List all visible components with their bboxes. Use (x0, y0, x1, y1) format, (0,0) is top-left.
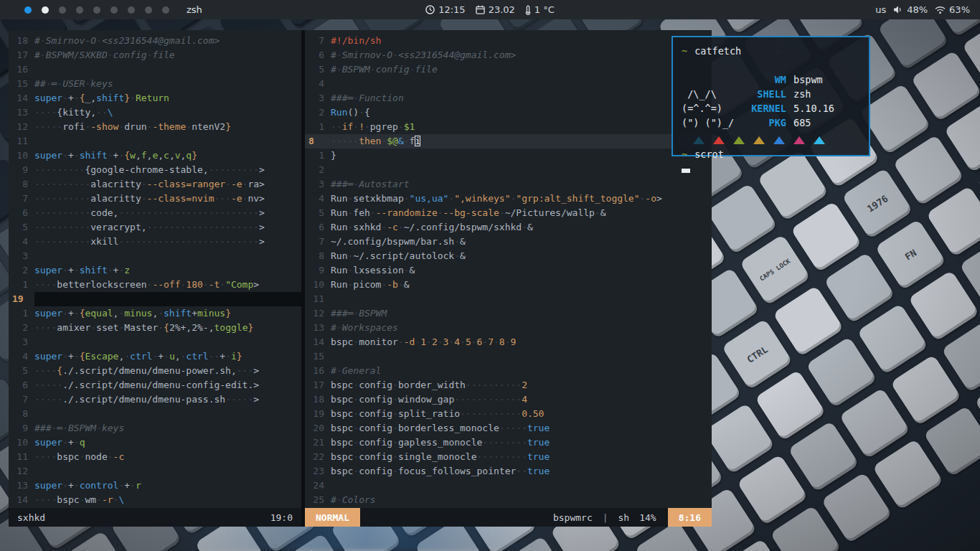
line-number: 3 (305, 91, 331, 105)
code-text: ····{./.script/dmenu/dmenu-power.sh,···> (34, 364, 301, 378)
code-line: 1··if·!·pgrep·$1 (305, 120, 712, 134)
workspace-dot-2[interactable] (42, 6, 49, 14)
code-text: bspc·config·single_monocle·········true (331, 450, 712, 464)
volume-item: 48% (893, 4, 928, 15)
time-text: 12:15 (438, 4, 465, 15)
catfetch-row: (") (")_/PKG685 (682, 116, 869, 130)
code-text: super·+·q (34, 435, 301, 450)
line-number: 1 (9, 306, 34, 321)
prompt-symbol: ~ (682, 45, 687, 57)
thermometer-icon (525, 5, 531, 15)
code-text (331, 163, 712, 177)
palette-triangle (713, 136, 725, 144)
code-line: 6Run·sxhkd·-c·~/.config/bspwm/sxhkd·& (305, 220, 712, 235)
code-text (331, 479, 712, 493)
date-item: 23.02 (476, 4, 515, 15)
vim-mode-badge: NORMAL (305, 508, 360, 527)
line-number: 9 (305, 263, 331, 278)
code-text: bspc·config·borderless_monocle·····true (331, 421, 712, 435)
workspace-dot-8[interactable] (145, 6, 152, 14)
code-text: Run·picom·-b·& (331, 278, 712, 292)
code-line: 1····betterlockscreen·--off·180·-t·"Comp… (9, 278, 301, 292)
editor-pane-bspwmrc[interactable]: 7#!/bin/sh6#·Smirnov-O·<ss2316544@gmail.… (305, 30, 712, 527)
catfetch-row: /\_/\SHELLzsh (682, 87, 869, 101)
code-text: #·Smirnov-O·<ss2316544@gmail.com> (34, 34, 301, 48)
code-text: ··········alacritty·--class=ranger·-e·ra… (34, 177, 301, 192)
line-number: 25 (305, 493, 331, 507)
terminal-command: catfetch (694, 45, 741, 57)
code-line: 3 (9, 249, 301, 263)
code-line: 12·····rofi·-show·drun·-theme·ntenV2} (9, 120, 301, 134)
code-line: 17bspc·config·border_width··········2 (305, 378, 712, 392)
code-line: 10super·+·q (9, 435, 301, 450)
code-line: 3###═·Function (305, 91, 712, 105)
code-area-bspwmrc[interactable]: 7#!/bin/sh6#·Smirnov-O·<ss2316544@gmail.… (305, 30, 712, 508)
line-number: 6 (305, 220, 331, 235)
line-number: 2 (305, 163, 331, 177)
terminal-blank-line (682, 58, 869, 72)
status-bar: zsh 12:15 23.02 1 °C us 48% (0, 0, 980, 19)
terminal-prompt-line: ~scrot (682, 147, 869, 161)
workspace-dot-9[interactable] (162, 6, 169, 14)
code-text: #·General (331, 364, 712, 378)
workspace-dot-4[interactable] (76, 6, 83, 14)
line-number: 8 (9, 407, 34, 421)
cat-ascii-art: (=^.^=) (682, 101, 745, 116)
line-number: 11 (305, 292, 331, 306)
workspace-dot-7[interactable] (128, 6, 135, 14)
code-line: 13····{kitty,··\ (9, 105, 301, 120)
line-number: 5 (9, 364, 34, 378)
line-number: 18 (305, 392, 331, 407)
line-number: 4 (305, 192, 331, 206)
code-text: ·····./.script/dmenu/dmenu-pass.sh·····> (34, 392, 301, 407)
wifi-icon (935, 6, 946, 14)
code-text: ··········code,·························… (34, 206, 301, 220)
code-line: 8 (9, 407, 301, 421)
workspace-dot-6[interactable] (110, 6, 118, 14)
code-line: 5Run·feh·--randomize·--bg-scale·~/Pictur… (305, 206, 712, 220)
code-text: #·Colors (331, 493, 712, 507)
workspace-dot-3[interactable] (59, 6, 66, 14)
code-line: 15 (305, 349, 712, 364)
code-text: bspc·config·window_gap············4 (331, 392, 712, 407)
code-area-sxhkd[interactable]: 18#·Smirnov-O·<ss2316544@gmail.com>17#·B… (9, 30, 301, 508)
editor-window: 18#·Smirnov-O·<ss2316544@gmail.com>17#·B… (9, 30, 712, 527)
code-line: 23bspc·config·focus_follows_pointer··tru… (305, 464, 712, 479)
code-line: 17#·BSPWM/SXKBD·config·file (9, 48, 301, 62)
workspace-dot-1[interactable] (24, 6, 32, 14)
line-number: 19 (305, 407, 331, 421)
fetch-label: KERNEL (745, 101, 786, 116)
code-line: 6··········code,························… (9, 206, 301, 220)
code-line: 2····amixer·sset·Master·{2%+,2%-,toggle} (9, 321, 301, 335)
line-number: 23 (305, 464, 331, 479)
code-line: 13super·+·control·+·r (9, 479, 301, 493)
palette-triangle (773, 136, 785, 144)
code-text: ····amixer·sset·Master·{2%+,2%-,toggle} (34, 321, 301, 335)
code-text: Run·lxsession·& (331, 263, 712, 278)
statusline-filename: bspwmrc (553, 512, 593, 523)
palette-triangle (793, 136, 805, 144)
clock-item: 12:15 (425, 4, 465, 15)
line-number: 2 (9, 263, 34, 278)
code-line: 1} (305, 149, 712, 163)
code-line: 3###═·Autostart (305, 177, 712, 192)
line-number: 11 (9, 450, 34, 464)
code-line: 1super·+·{equal,·minus,·shift+minus} (9, 306, 301, 321)
floating-terminal-window[interactable]: ~catfetch WMbspwm /\_/\SHELLzsh(=^.^=)KE… (672, 36, 870, 156)
line-number: 8 (9, 177, 34, 192)
prompt-symbol: ~ (682, 149, 687, 160)
code-line: 18#·Smirnov-O·<ss2316544@gmail.com> (9, 34, 301, 48)
line-number: 8 (305, 249, 331, 263)
line-number: 17 (305, 378, 331, 392)
statusline-right: NORMAL bspwmrc | sh 14% 8:16 (305, 508, 712, 527)
line-number: 3 (9, 249, 34, 263)
fetch-label: PKG (745, 116, 786, 130)
workspace-dot-5[interactable] (93, 6, 100, 14)
code-text: Run·~/.script/autolock·& (331, 249, 712, 263)
code-text: #·BSPWM·config·file (331, 62, 712, 77)
code-line: 11 (305, 292, 712, 306)
code-line: 5··········veracrypt,···················… (9, 220, 301, 235)
editor-pane-sxhkd[interactable]: 18#·Smirnov-O·<ss2316544@gmail.com>17#·B… (9, 30, 301, 527)
code-text: super·+·shift·+·{w,f,e,c,v,q} (34, 149, 301, 163)
code-line: 6·····./.script/dmenu/dmenu-config-edit.… (9, 378, 301, 392)
